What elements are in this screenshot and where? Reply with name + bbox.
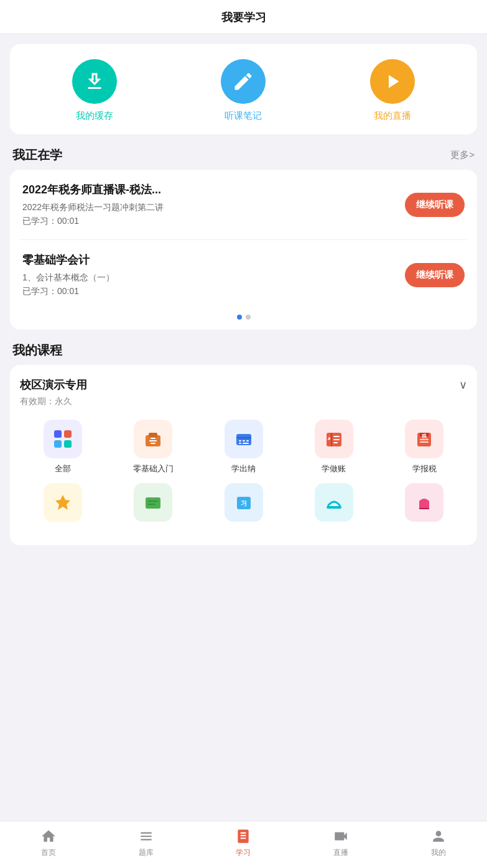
course-group-header: 校区演示专用 ∨ [20,377,467,392]
nav-live[interactable]: 直播 [316,828,366,858]
page-title: 我要学习 [221,11,266,24]
r2-icon-1 [44,483,82,522]
r2-icon-3: 习 [225,483,263,522]
live-icon-circle [370,59,415,104]
svg-rect-1 [64,430,72,438]
live-icon [333,828,349,844]
mine-icon [430,828,447,844]
course-group-title: 校区演示专用 [20,377,87,392]
page-header: 我要学习 [0,0,487,34]
live-nav-label: 直播 [333,847,348,858]
course-icon-tax[interactable]: 税 学报税 [382,420,467,474]
mine-nav-icon [430,828,447,845]
svg-rect-8 [151,443,155,444]
course-beginner-label: 零基础入门 [133,463,174,474]
nav-questions[interactable]: 题库 [121,828,171,858]
study-nav-icon [234,828,252,845]
cache-label: 我的缓存 [76,110,113,122]
learning-subtitle-2: 1、会计基本概念（一） [22,272,395,284]
nav-study[interactable]: 学习 [218,828,268,858]
learning-card-2: 零基础学会计 1、会计基本概念（一） 已学习：00:01 继续听课 [10,240,477,310]
svg-rect-27 [420,441,429,443]
learning-subtitle-1: 2022年税务师税法一习题冲刺第二讲 [22,202,395,213]
learning-info-2: 零基础学会计 1、会计基本概念（一） 已学习：00:01 [22,252,395,297]
all-icon-box [44,420,82,458]
svg-text:习: 习 [241,500,247,507]
quick-actions-card: 我的缓存 听课笔记 我的直播 [10,44,477,134]
course-icon-all[interactable]: 全部 [20,420,105,474]
course-tax-label: 学报税 [412,463,437,474]
dot-2[interactable] [246,315,251,320]
my-courses-title: 我的课程 [12,342,62,359]
course-icon-r2-3[interactable]: 习 [201,483,286,533]
chevron-down-icon[interactable]: ∨ [459,378,467,392]
svg-rect-6 [151,438,155,439]
study-nav-label: 学习 [236,847,251,858]
r2-icon-svg-2 [142,491,164,514]
svg-rect-7 [149,440,157,441]
home-nav-icon [40,828,57,845]
nav-home[interactable]: 首页 [24,828,73,858]
continue-btn-1[interactable]: 继续听课 [405,193,465,217]
live-nav-icon [332,828,350,845]
cashier-icon [233,428,255,450]
notes-icon-circle [221,59,266,104]
svg-rect-20 [333,442,338,443]
bookkeep-icon [323,428,345,450]
notes-label: 听课笔记 [225,110,262,122]
nav-mine[interactable]: 我的 [414,828,463,858]
svg-rect-26 [420,439,429,440]
continue-btn-2[interactable]: 继续听课 [405,263,465,287]
beginner-icon-box [134,420,172,458]
download-icon [83,70,106,93]
course-validity: 有效期：永久 [20,396,467,407]
svg-rect-5 [149,433,157,437]
svg-rect-13 [246,440,249,441]
more-link[interactable]: 更多> [450,149,475,161]
svg-rect-34 [327,506,341,509]
dot-1[interactable] [237,315,242,320]
svg-rect-19 [333,439,340,440]
svg-rect-2 [54,440,62,448]
currently-learning-section-header: 我正在学 更多> [0,134,487,170]
course-icon-r2-4[interactable] [291,483,376,533]
learning-card-1: 2022年税务师直播课-税法... 2022年税务师税法一习题冲刺第二讲 已学习… [10,170,477,239]
quick-action-notes[interactable]: 听课笔记 [221,59,266,122]
r2-icon-5 [405,483,443,522]
r2-icon-2 [134,483,172,522]
learning-progress-1: 已学习：00:01 [22,216,395,227]
course-cashier-label: 学出纳 [231,463,256,474]
course-icon-bookkeep[interactable]: 学做账 [291,420,376,474]
course-bookkeep-label: 学做账 [322,463,346,474]
svg-rect-3 [64,440,72,448]
course-icon-r2-1[interactable] [20,483,105,533]
svg-text:税: 税 [421,433,427,439]
learning-title-2: 零基础学会计 [22,252,395,267]
cache-icon-circle [72,59,117,104]
currently-learning-title: 我正在学 [12,147,62,164]
learning-progress-2: 已学习：00:01 [22,286,395,297]
course-icon-r2-5[interactable] [382,483,467,533]
svg-rect-18 [333,436,340,437]
svg-rect-11 [239,440,241,441]
carousel-dots [10,310,477,330]
course-icon-cashier[interactable]: 学出纳 [201,420,286,474]
courses-card: 校区演示专用 ∨ 有效期：永久 全部 [10,365,477,545]
quick-action-cache[interactable]: 我的缓存 [72,59,117,122]
quick-action-live[interactable]: 我的直播 [370,59,415,122]
course-icon-r2-2[interactable] [110,483,195,533]
bookkeep-icon-box [315,420,353,458]
learning-info-1: 2022年税务师直播课-税法... 2022年税务师税法一习题冲刺第二讲 已学习… [22,182,395,227]
home-nav-label: 首页 [41,847,56,858]
r2-icon-svg-5 [413,491,435,514]
r2-icon-svg-3: 习 [233,491,255,514]
live-label: 我的直播 [374,110,411,122]
beginner-icon [142,428,164,450]
svg-rect-15 [243,443,249,444]
learning-title-1: 2022年税务师直播课-税法... [22,182,395,197]
study-icon [235,828,251,844]
svg-rect-29 [146,497,160,509]
svg-marker-28 [55,495,70,510]
quick-actions-row: 我的缓存 听课笔记 我的直播 [20,59,467,122]
course-icon-beginner[interactable]: 零基础入门 [110,420,195,474]
